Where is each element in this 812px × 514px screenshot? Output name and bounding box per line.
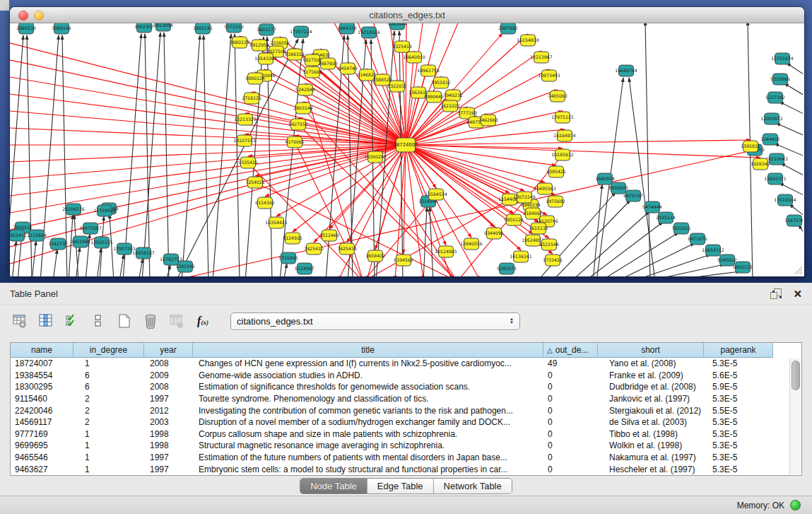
table-row[interactable]: 1872400712008Changes of HCN gene express… (11, 358, 801, 370)
graph-node[interactable]: 2860538 (16, 23, 36, 34)
graph-node[interactable]: 1952307 (134, 23, 154, 33)
graph-node[interactable]: 10654112 (702, 245, 724, 256)
table-row[interactable]: 2242004622012Investigating the contribut… (11, 404, 801, 416)
graph-node[interactable]: 8344091 (484, 228, 504, 239)
graph-node[interactable]: 1664338 (337, 23, 357, 34)
graph-node[interactable]: 19218586 (358, 27, 380, 38)
column-header-short[interactable]: short (598, 343, 704, 358)
resize-grip[interactable] (792, 264, 803, 275)
scrollbar-thumb[interactable] (792, 361, 800, 390)
graph-node[interactable]: 8938923 (608, 182, 628, 194)
float-window-icon[interactable] (770, 288, 782, 299)
table-selector[interactable]: citations_edges.txt ▲▼ (230, 313, 520, 330)
graph-node[interactable]: 17357224 (290, 26, 312, 37)
table-settings-icon[interactable] (11, 313, 28, 329)
table-row[interactable]: 946554611997Estimation of the future num… (11, 452, 801, 464)
function-builder-icon[interactable]: f(x) (194, 313, 211, 329)
select-columns-icon[interactable] (37, 313, 54, 329)
graph-node[interactable]: 16154838 (517, 35, 539, 46)
graph-node[interactable]: 4170061 (285, 136, 305, 148)
graph-node[interactable]: 16164874 (553, 130, 576, 141)
graph-node[interactable]: 10973493 (538, 70, 560, 81)
column-header-out_de[interactable]: △out_de... (543, 343, 598, 358)
graph-node[interactable]: 2803144 (293, 103, 313, 114)
graph-node[interactable]: 16354411 (265, 217, 288, 228)
select-rows-check-icon[interactable] (64, 313, 81, 329)
memory-status-indicator[interactable] (790, 500, 801, 510)
graph-node[interactable]: 8186328 (285, 49, 305, 60)
graph-node[interactable]: 7462663 (478, 115, 498, 126)
graph-node[interactable]: 1167534 (784, 215, 803, 226)
table-vertical-scrollbar[interactable] (789, 358, 801, 474)
close-traffic-light[interactable] (18, 11, 28, 21)
graph-node[interactable]: 9227342 (765, 92, 785, 103)
graph-node[interactable]: 8595421 (546, 166, 566, 177)
graph-node[interactable]: 9990443 (424, 91, 444, 103)
graph-node[interactable]: 2522544 (539, 239, 559, 250)
graph-node[interactable]: 2935114 (656, 212, 676, 223)
graph-node[interactable]: 1595811 (741, 141, 760, 152)
table-row[interactable]: 969969511998Structural magnetic resonanc… (11, 440, 801, 452)
graph-node[interactable]: 8427552 (288, 119, 308, 130)
graph-node[interactable]: 17016504 (774, 194, 796, 206)
tab-network-table[interactable]: Network Table (434, 479, 512, 493)
tab-edge-table[interactable]: Edge Table (367, 479, 434, 493)
graph-node[interactable]: 1451944 (71, 236, 90, 247)
graph-node[interactable]: 9335426 (238, 157, 258, 168)
graph-node[interactable]: 9245078 (497, 263, 517, 274)
graph-node[interactable]: 1733426 (543, 255, 563, 266)
minimize-traffic-light[interactable] (34, 11, 44, 21)
graph-node[interactable]: 12093872 (760, 113, 783, 124)
graph-node[interactable]: 15692371 (764, 173, 787, 185)
graph-node[interactable]: 8471676 (688, 233, 707, 245)
graph-node[interactable]: 7940231 (443, 90, 463, 101)
graph-node[interactable]: 12840556 (460, 238, 483, 250)
graph-node[interactable]: 14136141 (510, 251, 532, 262)
tab-node-table[interactable]: Node Table (300, 479, 367, 493)
graph-node[interactable]: 9124505 (283, 233, 302, 244)
graph-node[interactable]: 5716485 (278, 252, 298, 264)
graph-node[interactable]: 9242848 (295, 84, 315, 95)
graph-node[interactable]: 2718126 (242, 93, 261, 104)
graph-node[interactable]: 9329966 (770, 74, 790, 85)
network-window[interactable]: citations_edges.txt 28605383069146195230… (10, 7, 804, 276)
graph-node[interactable]: 1658402 (365, 250, 385, 262)
graph-node[interactable]: 10495563 (534, 183, 556, 194)
maximize-traffic-light[interactable] (49, 11, 58, 19)
graph-node[interactable]: 1512463 (319, 230, 339, 241)
column-header-year[interactable]: year (144, 343, 193, 358)
graph-node[interactable]: 8154302 (255, 197, 275, 209)
network-window-titlebar[interactable]: citations_edges.txt (10, 7, 804, 23)
table-row[interactable]: 946362711997Embryonic stem cells: a mode… (11, 463, 801, 475)
graph-node[interactable]: 1892145 (193, 23, 213, 34)
graph-node[interactable]: 1615132 (529, 223, 548, 234)
table-row[interactable]: 977716911998Corpus callosum shape and si… (11, 428, 801, 440)
graph-node[interactable]: 2087682 (498, 23, 518, 34)
graph-node[interactable]: 1292346 (175, 261, 195, 272)
graph-node[interactable]: 1342737 (48, 238, 68, 250)
table-row[interactable]: 911546021997Tourette syndrome. Phenomeno… (11, 393, 801, 405)
graph-node[interactable]: 8660123 (230, 37, 249, 48)
graph-node[interactable]: 8194562 (394, 255, 413, 266)
graph-node[interactable]: 1244415 (760, 134, 780, 145)
graph-node[interactable]: 3175685 (302, 66, 322, 78)
column-header-pagerank[interactable]: pagerank (704, 343, 773, 358)
row-height-icon[interactable] (90, 313, 107, 329)
network-canvas[interactable]: 2860538306914619523078813094189214555723… (10, 23, 804, 276)
delete-entries-icon[interactable] (142, 313, 159, 329)
close-icon[interactable]: ✕ (793, 288, 802, 299)
graph-node[interactable]: 10124985 (435, 246, 457, 257)
graph-node[interactable]: 9063444 (387, 23, 407, 30)
column-header-title[interactable]: title (193, 343, 543, 358)
column-header-in_degree[interactable]: in_degree (73, 343, 144, 358)
graph-node[interactable]: 7955812 (431, 77, 451, 88)
graph-node[interactable]: 8322037 (387, 81, 407, 92)
graph-node[interactable]: 9850124 (504, 214, 524, 226)
graph-node[interactable]: 6679197 (623, 190, 643, 201)
table-row[interactable]: 1938455462009Genome-wide association stu… (11, 370, 801, 382)
graph-node[interactable]: 1026342 (751, 158, 770, 170)
graph-node[interactable]: 7625410 (304, 243, 324, 255)
graph-node[interactable]: 8454749 (338, 63, 358, 74)
graph-node[interactable]: 9650123 (733, 262, 753, 273)
table-row[interactable]: 1456911722003Disruption of a novel membe… (11, 416, 801, 428)
